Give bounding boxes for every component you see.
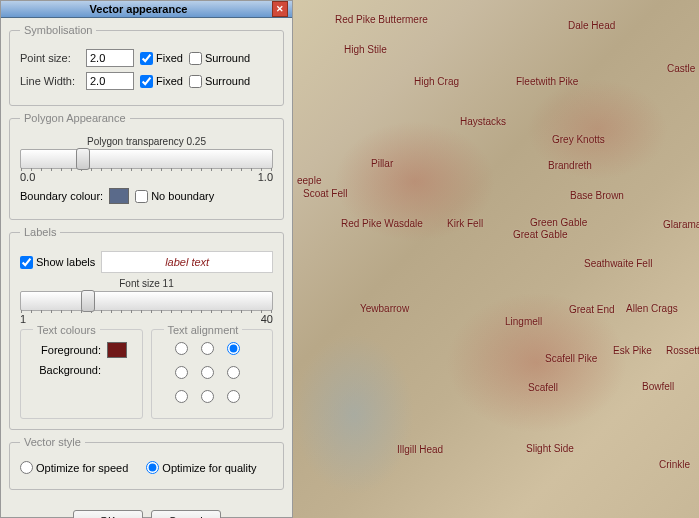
map-label: Great Gable: [513, 229, 567, 240]
transparency-slider[interactable]: [20, 149, 273, 169]
map-label: Scoat Fell: [303, 188, 347, 199]
polygon-appearance-group: Polygon Appearance Polygon transparency …: [9, 112, 284, 220]
map-label: Allen Crags: [626, 303, 678, 314]
map-label: Esk Pike: [613, 345, 652, 356]
point-size-label: Point size:: [20, 52, 80, 64]
vector-style-group: Vector style Optimize for speed Optimize…: [9, 436, 284, 490]
cancel-button[interactable]: Cancel: [151, 510, 221, 518]
line-surround-checkbox[interactable]: Surround: [189, 75, 250, 88]
titlebar: Vector appearance ✕: [1, 1, 292, 18]
text-alignment-group: Text alignment: [151, 329, 274, 419]
polygon-legend: Polygon Appearance: [20, 112, 130, 124]
map-label: Brandreth: [548, 160, 592, 171]
align-bc[interactable]: [201, 390, 214, 403]
map-label: Glaramara: [663, 219, 699, 230]
map-label: Yewbarrow: [360, 303, 409, 314]
optimize-speed-radio[interactable]: Optimize for speed: [20, 461, 128, 474]
point-surround-checkbox[interactable]: Surround: [189, 52, 250, 65]
map-label: Red Pike Buttermere: [335, 14, 428, 25]
vector-appearance-dialog: Vector appearance ✕ Symbolisation Point …: [0, 0, 293, 518]
align-ml[interactable]: [175, 366, 188, 379]
line-width-input[interactable]: [86, 72, 134, 90]
map-label: Scafell: [528, 382, 558, 393]
point-fixed-checkbox[interactable]: Fixed: [140, 52, 183, 65]
align-tc[interactable]: [201, 342, 214, 355]
text-colours-group: Text colours Foreground: Background:: [20, 329, 143, 419]
align-br[interactable]: [227, 390, 240, 403]
align-tl[interactable]: [175, 342, 188, 355]
map-label: Red Pike Wasdale: [341, 218, 423, 229]
label-text-preview: label text: [101, 251, 273, 273]
map-label: Grey Knotts: [552, 134, 605, 145]
show-labels-checkbox[interactable]: Show labels: [20, 256, 95, 269]
map-label: Great End: [569, 304, 615, 315]
align-mc[interactable]: [201, 366, 214, 379]
font-size-label: Font size 11: [20, 278, 273, 289]
foreground-label: Foreground:: [29, 344, 101, 356]
map-label: Crinkle: [659, 459, 690, 470]
ok-button[interactable]: OK: [73, 510, 143, 518]
transparency-label: Polygon transparency 0.25: [20, 136, 273, 147]
map-label: Kirk Fell: [447, 218, 483, 229]
background-label: Background:: [29, 364, 101, 376]
map-label: Bowfell: [642, 381, 674, 392]
boundary-colour-swatch[interactable]: [109, 188, 129, 204]
symbolisation-legend: Symbolisation: [20, 24, 96, 36]
map-label: Rossett: [666, 345, 699, 356]
line-fixed-checkbox[interactable]: Fixed: [140, 75, 183, 88]
map-label: Pillar: [371, 158, 393, 169]
map-label: Haystacks: [460, 116, 506, 127]
close-icon[interactable]: ✕: [272, 1, 288, 17]
labels-legend: Labels: [20, 226, 60, 238]
foreground-swatch[interactable]: [107, 342, 127, 358]
map-label: eeple: [297, 175, 321, 186]
map-label: Green Gable: [530, 217, 587, 228]
map-label: Castle: [667, 63, 695, 74]
point-size-input[interactable]: [86, 49, 134, 67]
line-width-label: Line Width:: [20, 75, 80, 87]
align-tr[interactable]: [227, 342, 240, 355]
map-preview: Red Pike ButtermereDale HeadHigh StileHi…: [293, 0, 699, 518]
boundary-colour-label: Boundary colour:: [20, 190, 103, 202]
labels-group: Labels Show labels label text Font size …: [9, 226, 284, 430]
map-label: Lingmell: [505, 316, 542, 327]
map-label: High Stile: [344, 44, 387, 55]
symbolisation-group: Symbolisation Point size: Fixed Surround…: [9, 24, 284, 106]
map-label: Dale Head: [568, 20, 615, 31]
map-label: High Crag: [414, 76, 459, 87]
vector-style-legend: Vector style: [20, 436, 85, 448]
map-label: Scafell Pike: [545, 353, 597, 364]
map-label: Base Brown: [570, 190, 624, 201]
map-label: Fleetwith Pike: [516, 76, 578, 87]
optimize-quality-radio[interactable]: Optimize for quality: [146, 461, 256, 474]
align-bl[interactable]: [175, 390, 188, 403]
no-boundary-checkbox[interactable]: No boundary: [135, 190, 214, 203]
font-size-slider[interactable]: [20, 291, 273, 311]
map-label: Seathwaite Fell: [584, 258, 652, 269]
align-mr[interactable]: [227, 366, 240, 379]
map-label: Slight Side: [526, 443, 574, 454]
map-label: Illgill Head: [397, 444, 443, 455]
dialog-title: Vector appearance: [5, 3, 272, 15]
